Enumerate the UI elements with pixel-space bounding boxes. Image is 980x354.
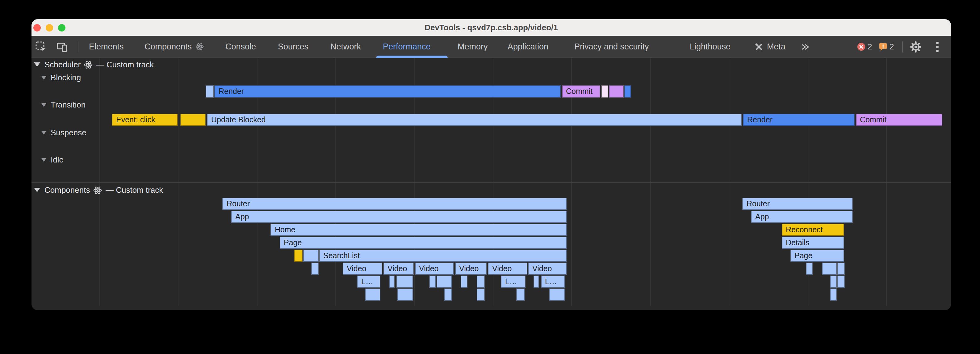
tab-components[interactable]: Components xyxy=(145,36,204,57)
react-atom-icon xyxy=(94,186,102,194)
components-track-header[interactable]: Components — Custom track xyxy=(34,185,163,195)
lane-suspense[interactable]: Suspense xyxy=(41,129,86,137)
flame-bar-router[interactable]: Router xyxy=(742,198,853,210)
flame-bar-video[interactable]: Video xyxy=(415,263,454,275)
flame-bar[interactable] xyxy=(830,276,837,288)
flame-bar[interactable] xyxy=(476,276,485,288)
track-separator xyxy=(32,182,951,183)
kebab-menu-icon[interactable] xyxy=(935,41,939,53)
gridline xyxy=(886,58,887,306)
flame-bar-app[interactable]: App xyxy=(231,210,567,223)
scheduler-track-header[interactable]: Scheduler — Custom track xyxy=(34,60,154,69)
flame-bar[interactable] xyxy=(830,289,837,301)
flame-bar[interactable] xyxy=(397,289,413,301)
collapse-triangle-icon[interactable] xyxy=(41,103,46,107)
title-bar: DevTools - qsvd7p.csb.app/video/1 xyxy=(32,19,951,36)
flame-bar-l[interactable]: L… xyxy=(541,276,565,288)
flame-bar-video[interactable]: Video xyxy=(342,263,382,275)
flame-bar[interactable] xyxy=(476,289,485,301)
flame-bar-commit[interactable]: Commit xyxy=(856,114,942,126)
flame-bar[interactable] xyxy=(624,85,631,97)
device-toolbar-icon[interactable] xyxy=(56,41,68,53)
tab-lighthouse[interactable]: Lighthouse xyxy=(690,36,730,57)
gridline xyxy=(178,58,179,306)
tab-application[interactable]: Application xyxy=(508,36,548,57)
flame-bar-video[interactable]: Video xyxy=(455,263,487,275)
flame-bar-page[interactable]: Page xyxy=(279,237,566,249)
collapse-triangle-icon[interactable] xyxy=(34,188,40,192)
active-tab-underline xyxy=(376,56,448,58)
flame-bar[interactable] xyxy=(311,263,318,275)
flame-bar-video[interactable]: Video xyxy=(488,263,527,275)
tab-sources[interactable]: Sources xyxy=(278,36,309,57)
flame-bar[interactable] xyxy=(294,250,302,262)
collapse-triangle-icon[interactable] xyxy=(41,131,46,135)
flame-bar-l[interactable]: L… xyxy=(501,276,525,288)
flame-bar[interactable] xyxy=(805,263,813,275)
gridline xyxy=(99,58,100,306)
react-atom-icon xyxy=(196,43,204,51)
flame-bar-render[interactable]: Render xyxy=(743,114,854,126)
flame-bar[interactable] xyxy=(601,85,608,97)
flame-bar[interactable] xyxy=(609,85,624,97)
lane-blocking[interactable]: Blocking xyxy=(41,73,81,82)
flame-bar[interactable] xyxy=(429,276,436,288)
flame-bar-reconnect[interactable]: Reconnect xyxy=(781,224,844,236)
gridline xyxy=(650,58,651,306)
collapse-triangle-icon[interactable] xyxy=(34,62,40,67)
flame-bar-details[interactable]: Details xyxy=(781,237,844,249)
devtools-tab-bar: Elements Components Console Sources Netw… xyxy=(32,36,951,58)
tab-elements[interactable]: Elements xyxy=(89,36,124,57)
warning-count[interactable]: 2 xyxy=(889,36,894,57)
collapse-triangle-icon[interactable] xyxy=(41,158,46,162)
badge-separator xyxy=(902,41,903,53)
flame-bar[interactable] xyxy=(364,289,380,301)
flame-bar-video[interactable]: Video xyxy=(383,263,414,275)
tab-memory[interactable]: Memory xyxy=(458,36,488,57)
flame-bar[interactable] xyxy=(516,289,525,301)
flame-bar[interactable] xyxy=(549,289,565,301)
react-atom-icon xyxy=(84,60,92,69)
flame-bar[interactable] xyxy=(180,114,205,126)
flame-bar-commit[interactable]: Commit xyxy=(562,85,600,97)
flame-bar[interactable] xyxy=(389,276,394,288)
flame-bar-l[interactable]: L… xyxy=(357,276,380,288)
flame-bar[interactable] xyxy=(303,250,318,262)
flame-bar-app[interactable]: App xyxy=(751,210,853,223)
warning-badge-icon[interactable] xyxy=(878,43,887,51)
flame-bar-page[interactable]: Page xyxy=(790,250,844,262)
tab-meta[interactable]: Meta xyxy=(755,36,786,57)
flame-bar[interactable] xyxy=(533,276,539,288)
flame-bar[interactable] xyxy=(837,263,845,275)
tab-console[interactable]: Console xyxy=(225,36,256,57)
screen: DevTools - qsvd7p.csb.app/video/1 Elemen… xyxy=(0,0,980,354)
tab-privacy-and-security[interactable]: Privacy and security xyxy=(574,36,649,57)
tab-network[interactable]: Network xyxy=(330,36,361,57)
flame-bar-video[interactable]: Video xyxy=(528,263,566,275)
flame-bar-update-blocked[interactable]: Update Blocked xyxy=(207,114,741,126)
flame-bar[interactable] xyxy=(444,289,452,301)
flame-bar-router[interactable]: Router xyxy=(222,198,567,210)
flame-bar[interactable] xyxy=(437,276,452,288)
inspect-element-icon[interactable] xyxy=(35,41,48,53)
lane-idle[interactable]: Idle xyxy=(41,156,64,164)
error-count[interactable]: 2 xyxy=(868,36,872,57)
error-badge-icon[interactable] xyxy=(857,43,865,51)
flame-bar[interactable] xyxy=(396,276,413,288)
flame-bar-render[interactable]: Render xyxy=(214,85,561,97)
collapse-triangle-icon[interactable] xyxy=(41,76,46,80)
tab-performance[interactable]: Performance xyxy=(383,36,431,57)
flame-bar[interactable] xyxy=(461,276,468,288)
tools-icon xyxy=(755,43,763,51)
devtools-window: DevTools - qsvd7p.csb.app/video/1 Elemen… xyxy=(32,19,951,310)
flame-bar-searchlist[interactable]: SearchList xyxy=(319,250,566,262)
flame-bar[interactable] xyxy=(837,276,845,288)
more-tabs-icon[interactable] xyxy=(800,42,810,52)
flame-bar-event-click[interactable]: Event: click xyxy=(112,114,178,126)
flame-bar-home[interactable]: Home xyxy=(270,224,567,236)
gridline xyxy=(729,58,729,306)
flame-bar[interactable] xyxy=(206,85,214,97)
lane-transition[interactable]: Transition xyxy=(41,101,86,109)
settings-gear-icon[interactable] xyxy=(910,41,921,52)
flame-bar[interactable] xyxy=(822,263,837,275)
